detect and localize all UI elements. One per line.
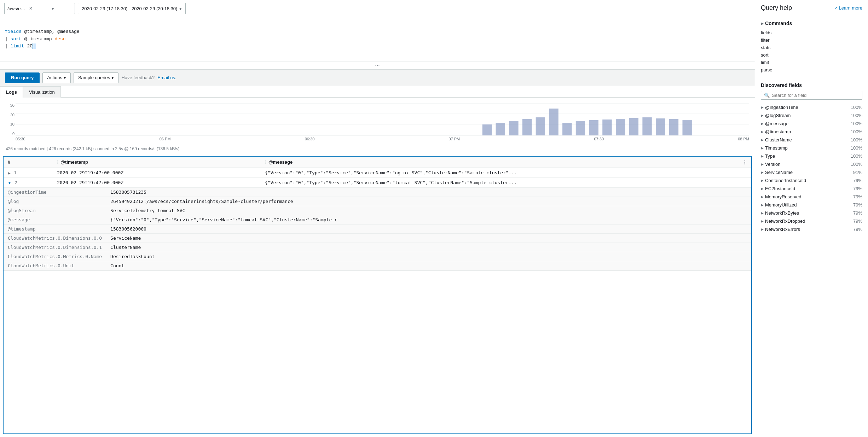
field-percentage: 100% [851, 113, 862, 118]
command-item-limit[interactable]: limit [761, 59, 862, 66]
field-list: ▶ @ingestionTime 100% ▶ @logStream 100% … [761, 103, 862, 433]
field-percentage: 100% [851, 162, 862, 167]
field-name: ▶ Version [761, 162, 780, 167]
query-text[interactable]: fields fields @timestamp, @message@times… [0, 17, 755, 61]
field-item[interactable]: ▶ MemoryReserved 79% [761, 193, 862, 201]
field-item[interactable]: ▶ @message 100% [761, 120, 862, 128]
command-item-filter[interactable]: filter [761, 36, 862, 44]
detail-table-row: @logStream ServiceTelemetry-tomcat-SVC [4, 206, 751, 215]
detail-val: ClusterName [106, 243, 751, 252]
svg-rect-8 [536, 117, 545, 135]
detail-table-row: @ingestionTime 1583005731235 [4, 188, 751, 197]
command-item-parse[interactable]: parse [761, 66, 862, 74]
field-item[interactable]: ▶ @ingestionTime 100% [761, 103, 862, 111]
field-arrow-icon: ▶ [761, 138, 764, 142]
y-label-10: 10 [6, 122, 15, 126]
svg-rect-14 [616, 119, 625, 135]
results-area[interactable]: # ⁝@timestamp ⁝@message ⋮ [3, 156, 752, 434]
field-name: ▶ ContainerInstanceId [761, 178, 806, 183]
field-item[interactable]: ▶ @logStream 100% [761, 111, 862, 120]
right-panel: Query help ↗ Learn more ▶ Commands field… [755, 0, 868, 437]
command-item-fields[interactable]: fields [761, 29, 862, 36]
action-bar: Run query Actions ▾ Sample queries ▾ Hav… [0, 70, 755, 86]
field-arrow-icon: ▶ [761, 105, 764, 109]
run-query-button[interactable]: Run query [5, 72, 40, 83]
discovered-fields-title: Discovered fields [761, 82, 862, 88]
field-arrow-icon: ▶ [761, 122, 764, 126]
detail-table-row: CloudWatchMetrics.0.Unit Count [4, 261, 751, 270]
query-keyword-desc: desc [54, 36, 65, 42]
field-item[interactable]: ▶ ClusterName 100% [761, 136, 862, 144]
field-item[interactable]: ▶ Version 100% [761, 160, 862, 168]
detail-val: ServiceName [106, 233, 751, 243]
query-expand-btn[interactable]: ··· [0, 61, 755, 69]
detail-key: @timestamp [4, 224, 106, 233]
field-arrow-icon: ▶ [761, 154, 764, 158]
learn-more-link[interactable]: ↗ Learn more [834, 5, 862, 11]
search-field-box[interactable]: 🔍 [761, 91, 862, 100]
field-percentage: 100% [851, 153, 862, 159]
row2-message: {"Version":"0","Type":"Service","Service… [261, 177, 751, 187]
field-item[interactable]: ▶ @timestamp 100% [761, 128, 862, 136]
col-header-timestamp[interactable]: ⁝@timestamp [53, 157, 261, 168]
detail-key: @ingestionTime [4, 188, 106, 197]
detail-val: 1583005731235 [106, 188, 751, 197]
svg-rect-9 [549, 109, 558, 135]
log-group-close-icon[interactable]: ✕ [29, 6, 49, 11]
detail-table: @ingestionTime 1583005731235 @log 264594… [4, 188, 751, 270]
tab-visualization[interactable]: Visualization [23, 86, 61, 98]
field-arrow-icon: ▶ [761, 170, 764, 174]
detail-val: Count [106, 261, 751, 270]
right-panel-header: Query help ↗ Learn more [755, 0, 868, 16]
field-item[interactable]: ▶ Type 100% [761, 152, 862, 160]
col-header-message[interactable]: ⁝@message ⋮ [261, 157, 751, 168]
field-item[interactable]: ▶ ServiceName 91% [761, 168, 862, 176]
x-label-0630: 06:30 [305, 137, 315, 141]
right-panel-title: Query help [761, 4, 792, 12]
svg-rect-18 [669, 119, 678, 135]
date-range-selector[interactable]: 2020-02-29 (17:18:30) - 2020-02-29 (20:1… [78, 3, 186, 14]
tab-logs[interactable]: Logs [0, 86, 23, 98]
field-item[interactable]: ▶ EC2InstanceId 79% [761, 185, 862, 193]
col-more-icon[interactable]: ⋮ [742, 159, 747, 165]
status-bar: 426 records matched | 426 records (342.1… [0, 145, 755, 153]
detail-key: @log [4, 197, 106, 206]
detail-table-row: CloudWatchMetrics.0.Metrics.0.Name Desir… [4, 252, 751, 261]
actions-chevron-icon: ▾ [64, 75, 66, 80]
svg-rect-16 [642, 117, 652, 135]
field-item[interactable]: ▶ NetworkRxDropped 79% [761, 217, 862, 225]
row1-message: {"Version":"0","Type":"Service","Service… [261, 168, 751, 177]
field-percentage: 79% [853, 202, 862, 208]
field-arrow-icon: ▶ [761, 113, 764, 117]
command-item-stats[interactable]: stats [761, 44, 862, 51]
commands-arrow-icon[interactable]: ▶ [761, 22, 764, 25]
table-row: ▼ 2 2020-02-29T19:47:00.000Z {"Version":… [4, 177, 751, 187]
field-item[interactable]: ▶ MemoryUtilized 79% [761, 201, 862, 209]
expand-row2-icon[interactable]: ▼ [8, 181, 11, 185]
x-label-0730: 07:30 [594, 137, 604, 141]
field-percentage: 79% [853, 227, 862, 232]
svg-rect-4 [482, 124, 492, 135]
field-arrow-icon: ▶ [761, 179, 764, 182]
field-item[interactable]: ▶ Timestamp 100% [761, 144, 862, 152]
log-group-selector[interactable]: /aws/ecs/containerin... ✕ ▾ [4, 3, 75, 14]
field-name: ▶ NetworkRxBytes [761, 210, 799, 216]
field-percentage: 100% [851, 121, 862, 126]
results-table: # ⁝@timestamp ⁝@message ⋮ [4, 157, 751, 271]
field-name: ▶ EC2InstanceId [761, 186, 795, 191]
col-header-hash[interactable]: # [4, 157, 53, 168]
search-field-input[interactable] [772, 93, 859, 98]
expand-row1-icon[interactable]: ▶ [8, 171, 11, 175]
field-item[interactable]: ▶ ContainerInstanceId 79% [761, 176, 862, 185]
command-item-sort[interactable]: sort [761, 51, 862, 59]
field-percentage: 100% [851, 105, 862, 110]
field-item[interactable]: ▶ NetworkRxErrors 79% [761, 225, 862, 233]
date-range-value: 2020-02-29 (17:18:30) - 2020-02-29 (20:1… [82, 6, 177, 11]
row2-timestamp: 2020-02-29T19:47:00.000Z [53, 177, 261, 187]
field-arrow-icon: ▶ [761, 219, 764, 223]
sample-queries-button[interactable]: Sample queries ▾ [74, 72, 118, 83]
field-item[interactable]: ▶ NetworkRxBytes 79% [761, 209, 862, 217]
row1-timestamp: 2020-02-29T19:47:00.000Z [53, 168, 261, 177]
actions-button[interactable]: Actions ▾ [42, 72, 71, 83]
email-link[interactable]: Email us. [157, 75, 176, 80]
